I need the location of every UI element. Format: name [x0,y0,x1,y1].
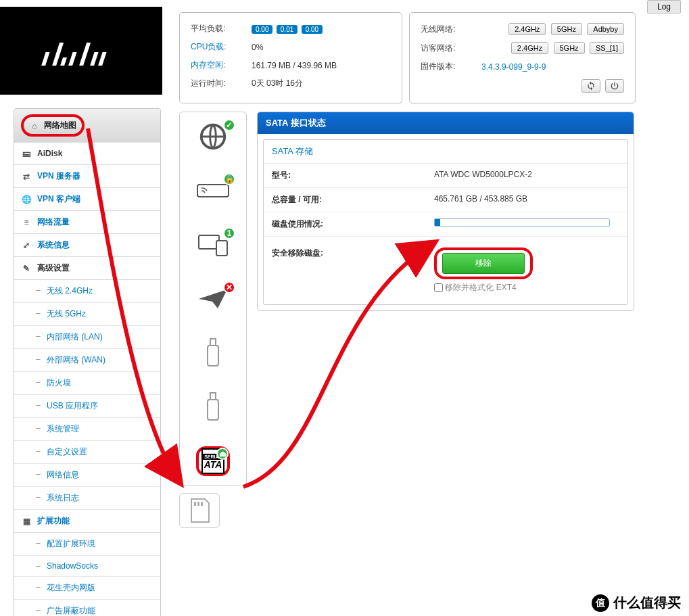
sidebar-item-label: 网络地图 [44,120,76,131]
client-count-badge: 1 [223,227,235,239]
cpu-load-label[interactable]: CPU负载: [189,38,250,56]
sidebar-sub-wifi24[interactable]: 无线 2.4GHz [14,280,160,303]
guest-5-button[interactable]: 5GHz [554,42,585,54]
sidebar-sub-ss[interactable]: ShadowSocks [14,556,160,577]
svg-rect-12 [210,339,216,346]
svg-rect-5 [79,43,91,66]
sidebar-item-label: 扩展功能 [37,515,70,527]
usb-icon [205,337,221,369]
guest-label: 访客网络: [419,39,480,57]
svg-rect-13 [208,346,218,366]
router-device-icon[interactable]: 🔒 [196,176,230,206]
usb1-device-icon[interactable] [196,338,230,368]
power-icon [610,81,619,91]
sidebar-item-label: 高级设置 [37,262,70,274]
adbyby-button[interactable]: Adbyby [587,23,624,35]
svg-rect-7 [98,52,106,66]
sidebar-sub-netinfo[interactable]: 网络信息 [14,464,160,487]
svg-rect-17 [197,502,199,506]
status-card-system: 平均负载: 0.00 0.01 0.00 CPU负载: 0% 内存空闲: 161… [179,12,402,103]
watermark-text: 什么值得买 [613,594,681,612]
svg-rect-11 [216,241,227,256]
remove-button[interactable]: 移除 [442,253,525,274]
svg-rect-6 [90,52,98,66]
status-eject-icon: ⏏ [216,448,229,460]
status-error-icon: ✕ [223,281,235,293]
vpn-device-icon[interactable]: ✕ [196,284,230,314]
sidebar-item-traffic[interactable]: ≡ 网络流量 [14,211,160,234]
guest-24-button[interactable]: 2.4GHz [511,42,548,54]
bars-icon: ≡ [21,217,32,228]
sdcard-icon [189,498,210,523]
sidebar-item-vpnclient[interactable]: 🌐 VPN 客户端 [14,188,160,211]
wifi-24-button[interactable]: 2.4GHz [508,23,546,35]
sidebar-item-aidisk[interactable]: 🖴 AiDisk [14,143,160,165]
sidebar-sub-usb[interactable]: USB 应用程序 [14,395,160,418]
globe-icon: 🌐 [21,194,32,205]
usb2-device-icon[interactable] [196,392,230,422]
wifi-5-button[interactable]: 5GHz [551,23,582,35]
mem-free-value: 161.79 MB / 439.96 MB [250,56,392,74]
clients-device-icon[interactable]: 1 [196,230,230,260]
firmware-link[interactable]: 3.4.3.9-099_9-9-9 [481,62,546,72]
refresh-icon [586,81,596,91]
sidebar-item-label: 系统信息 [37,239,70,251]
sidebar-item-vpnserver[interactable]: ⇄ VPN 服务器 [14,165,160,188]
remove-label: 安全移除磁盘: [272,247,434,259]
internet-device-icon[interactable]: ✓ [196,122,230,151]
refresh-button[interactable] [581,79,600,93]
sidebar-sub-extenv[interactable]: 配置扩展环境 [14,533,160,556]
sata-device-icon[interactable]: SERIAL ATA ⏏ [196,446,230,476]
sidebar-sub-wifi5[interactable]: 无线 5GHz [14,303,160,326]
sidebar: ⌂ 网络地图 🖴 AiDisk ⇄ VPN 服务器 🌐 VPN 客户端 ≡ 网络… [14,108,161,616]
sdcard-device-icon[interactable] [179,493,220,528]
logo-icon [41,30,122,71]
sidebar-item-label: VPN 服务器 [37,170,80,182]
home-icon: ⌂ [29,120,40,131]
model-value: ATA WDC WD5000LPCX-2 [434,170,619,181]
format-checkbox[interactable] [434,283,443,292]
capacity-label: 总容量 / 可用: [272,194,434,206]
sidebar-sub-lan[interactable]: 内部网络 (LAN) [14,326,160,349]
sidebar-item-label: AiDisk [37,149,62,158]
device-icon-column: ✓ 🔒 1 ✕ SERIAL AT [179,112,247,528]
svg-rect-18 [201,502,203,506]
watermark-icon: 值 [592,594,609,612]
main-panel: SATA 接口状态 SATA 存储 型号: ATA WDC WD5000LPCX… [257,112,634,311]
log-button[interactable]: Log [647,0,681,14]
sidebar-sub-firewall[interactable]: 防火墙 [14,372,160,395]
sidebar-sub-oray[interactable]: 花生壳内网版 [14,577,160,600]
svg-rect-3 [60,57,67,66]
svg-rect-4 [68,52,76,66]
cpu-load-value: 0% [250,38,392,56]
svg-rect-1 [41,52,49,66]
wifi-label: 无线网络: [419,20,480,39]
sidebar-sub-sysmgmt[interactable]: 系统管理 [14,418,160,441]
sidebar-item-advanced[interactable]: ✎ 高级设置 [14,257,160,280]
status-ok-icon: ✓ [223,119,235,131]
sidebar-item-label: VPN 客户端 [37,193,80,205]
firmware-label: 固件版本: [419,57,480,76]
status-lock-icon: 🔒 [223,173,235,185]
sidebar-sub-wan[interactable]: 外部网络 (WAN) [14,349,160,372]
avg-load-value: 0.00 0.01 0.00 [250,20,392,38]
sidebar-item-sysinfo[interactable]: ⤢ 系统信息 [14,234,160,257]
sidebar-item-ext[interactable]: ▦ 扩展功能 [14,510,160,533]
usage-label: 磁盘使用情况: [272,218,434,230]
avg-load-label: 平均负载: [189,20,250,38]
svg-rect-14 [210,393,216,400]
power-button[interactable] [605,79,624,93]
sidebar-sub-adblock[interactable]: 广告屏蔽功能 [14,600,160,616]
sidebar-sub-syslog[interactable]: 系统日志 [14,487,160,510]
section-title: SATA 存储 [264,140,627,164]
swap-icon: ⇄ [21,171,32,182]
sidebar-sub-custom[interactable]: 自定义设置 [14,441,160,464]
ss-button[interactable]: SS_[1] [590,42,624,54]
sidebar-item-label: 网络流量 [37,216,70,228]
sidebar-item-netmap[interactable]: ⌂ 网络地图 [14,109,160,143]
mem-free-label[interactable]: 内存空闲: [189,56,250,74]
wrench-icon: ✎ [21,263,32,274]
svg-rect-16 [194,502,196,506]
model-label: 型号: [272,170,434,181]
grid-icon: ▦ [21,516,32,527]
